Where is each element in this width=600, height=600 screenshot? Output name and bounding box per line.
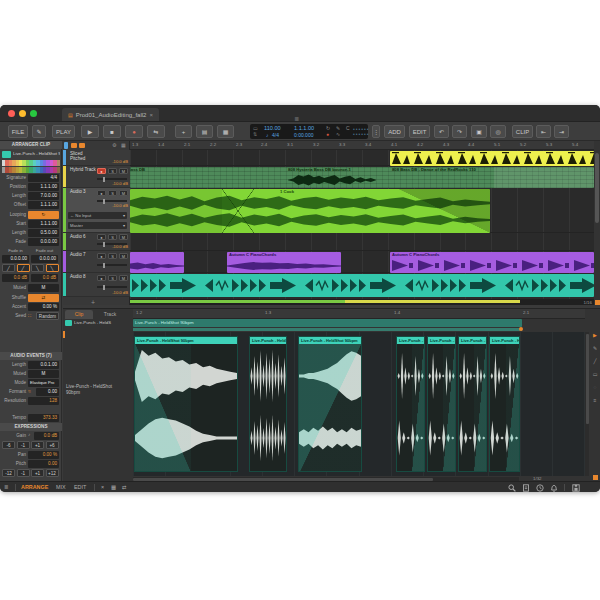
close-project-icon[interactable]: ×	[149, 112, 153, 118]
loop-length-value[interactable]: 0.5.0.00	[28, 229, 59, 237]
event-tempo-value[interactable]: 373.33	[28, 414, 59, 422]
accent-value[interactable]: 0.00 %	[28, 303, 59, 311]
clip-piano-2[interactable]: Autumn C PianoChords	[227, 252, 341, 273]
nudge-left-button[interactable]: ⇤	[536, 125, 551, 138]
edit-button[interactable]: EDIT	[409, 125, 430, 138]
editor-clip-span[interactable]: Live-Punch - HeldShot 90bpm	[133, 319, 522, 327]
track-row-hybrid-track[interactable]: Hybrid Track ● S M -10.0 dB	[63, 166, 130, 188]
fade-value[interactable]: 0.0.0.00	[28, 238, 59, 246]
pitch-minus12-button[interactable]: -12	[2, 469, 15, 477]
editor-tab-track[interactable]: Track	[95, 310, 125, 319]
toolbar-more-button[interactable]: ⋮	[372, 125, 380, 138]
focus-target-button[interactable]: ◎	[490, 125, 506, 138]
fade-overlay[interactable]	[299, 344, 361, 472]
muted-toggle[interactable]: M	[28, 284, 59, 292]
track-volume-value[interactable]: -10.0 dB	[112, 244, 128, 249]
clip-piano-1[interactable]	[130, 252, 184, 273]
gain-plus6-button[interactable]: +6	[46, 441, 59, 449]
fade-out-overlay[interactable]	[412, 344, 424, 472]
record-arm-button[interactable]: ●	[97, 234, 106, 240]
duplicate-button[interactable]: ▣	[471, 125, 487, 138]
volume-fader-handle[interactable]	[103, 263, 105, 268]
track-name[interactable]: Hybrid Track	[70, 167, 98, 172]
notifications-bell-icon[interactable]	[550, 484, 558, 492]
tempo-display[interactable]: 110.00	[264, 126, 281, 132]
save-icon[interactable]	[572, 484, 580, 492]
knife-tool-icon[interactable]: ╱	[590, 358, 600, 364]
editor-clip-name[interactable]: Live-Punch - HeldS	[74, 320, 129, 325]
track-output-select[interactable]: Master ▾	[68, 222, 127, 229]
track-name[interactable]: Audio 3	[70, 189, 98, 194]
editor-ruler[interactable]: 1.2 1.3 1.4 2.1	[133, 309, 585, 319]
editor-loop-bar[interactable]	[133, 328, 522, 331]
position-display[interactable]: 1.1.1.00	[294, 126, 314, 132]
automation-mode-icon[interactable]: C	[346, 126, 350, 131]
audio-event-4[interactable]: Live-Punch - HeldShot 90bpm	[396, 336, 425, 472]
fade-in-overlay[interactable]	[135, 344, 191, 472]
add-track-toolbar-button[interactable]: +	[175, 125, 192, 138]
record-arm-button[interactable]: ●	[97, 190, 106, 196]
search-icon[interactable]	[508, 484, 516, 492]
maximize-window-button[interactable]	[30, 110, 37, 117]
tab-arrange[interactable]: ARRANGE	[21, 484, 48, 491]
record-arm-button[interactable]: ●	[97, 253, 106, 259]
edit-pencil-button[interactable]: ✎	[32, 125, 46, 138]
file-menu-button[interactable]: FILE	[8, 125, 28, 138]
pitch-plus12-button[interactable]: +12	[46, 469, 59, 477]
minimize-window-button[interactable]	[19, 110, 26, 117]
fade-out-overlay[interactable]	[443, 344, 455, 472]
scroll-position-chip[interactable]	[64, 142, 68, 149]
color-swatch[interactable]	[57, 167, 60, 173]
crossfade[interactable]	[222, 189, 254, 233]
mute-button[interactable]: M	[119, 168, 128, 174]
clip-color-chip[interactable]	[2, 151, 11, 158]
track-name[interactable]: Sliced Pitched	[70, 151, 98, 161]
audio-event-1[interactable]: Live-Punch - HeldShot 90bpm	[134, 336, 238, 472]
track-volume-value[interactable]: -10.0 dB	[112, 181, 128, 186]
fade-out-shape-a-button[interactable]: ╲	[31, 264, 44, 272]
zoom-tool-icon[interactable]: ◌	[590, 384, 600, 390]
fade-in-shape-a-button[interactable]: ╱	[2, 264, 15, 272]
scrollbar-handle[interactable]	[586, 334, 589, 424]
snap-toggle-icon[interactable]	[595, 300, 600, 305]
mute-button[interactable]: M	[119, 275, 128, 281]
transport-display[interactable]: ▭ ⇅ 110.00 ♪ 4/4 1.1.1.00 0:00.000 ↻ ● ✎…	[250, 124, 368, 139]
track-row-sliced-pitched[interactable]: Sliced Pitched -10.0 dB	[63, 150, 130, 166]
layout-toggle-b-icon[interactable]	[79, 143, 85, 148]
track-name[interactable]: Audio 8	[70, 274, 98, 279]
mute-button[interactable]: M	[119, 253, 128, 259]
grid-view-icon[interactable]: ▦	[111, 484, 116, 491]
color-swatch[interactable]	[57, 160, 60, 166]
track-settings-gear-icon[interactable]: ⚙	[112, 142, 116, 148]
clip-button[interactable]: CLIP	[512, 125, 533, 138]
loop-end-handle[interactable]	[519, 327, 523, 331]
shuffle-jump-button[interactable]: ⇆	[147, 125, 165, 138]
solo-button[interactable]: S	[108, 234, 117, 240]
eraser-tool-icon[interactable]: ▭	[590, 371, 600, 377]
track-row-audio-6[interactable]: Audio 6 ● S M -10.0 dB	[63, 233, 130, 251]
editor-vertical-scrollbar[interactable]	[585, 332, 589, 476]
nudge-right-button[interactable]: ⇥	[554, 125, 569, 138]
fade-out-overlay[interactable]	[506, 344, 519, 472]
undo-button[interactable]: ↶	[434, 125, 449, 138]
solo-button[interactable]: S	[108, 168, 117, 174]
inspector-clip-name[interactable]: Live-Punch - HeldShot 9	[13, 151, 60, 156]
document-icon[interactable]	[522, 484, 530, 492]
mute-button[interactable]: M	[119, 190, 128, 196]
signature-value[interactable]: 4/4	[28, 174, 59, 182]
clip-audio-3[interactable]: 1 Cook	[130, 189, 490, 233]
offset-value[interactable]: 1.1.1.00	[28, 201, 59, 209]
track-volume-value[interactable]: -10.0 dB	[112, 159, 128, 164]
punch-toggle-icon[interactable]: ●	[326, 132, 329, 137]
pointer-tool-icon[interactable]: ▶	[590, 332, 600, 338]
resolution-value[interactable]: 128	[28, 397, 59, 405]
event-muted-toggle[interactable]: M	[28, 370, 59, 378]
solo-button[interactable]: S	[108, 253, 117, 259]
fade-in-value[interactable]: 0.0.0.00	[2, 255, 29, 263]
track-name[interactable]: Audio 7	[70, 252, 98, 257]
browser-panel-button[interactable]: ▤	[196, 125, 213, 138]
fade-out-overlay[interactable]	[474, 344, 486, 472]
tab-edit-view[interactable]: EDIT	[74, 484, 86, 491]
clock-icon[interactable]	[536, 484, 544, 492]
seed-random-button[interactable]: Random	[36, 312, 59, 320]
